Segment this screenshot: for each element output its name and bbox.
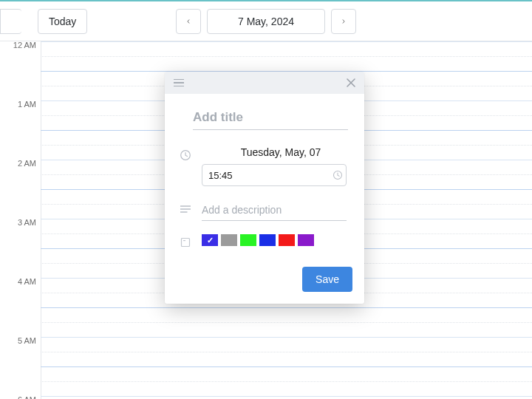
hour-row[interactable]: 5 AM [0,337,532,396]
prev-view-button-partial[interactable] [0,9,21,34]
event-time-field[interactable] [202,164,347,186]
app-root: Today 7 May, 2024 12 AM1 AM2 AM3 AM4 AM5… [0,0,532,399]
dialog-header [165,72,364,94]
hour-label: 4 AM [0,277,41,286]
color-swatch[interactable] [279,234,295,246]
drag-handle-icon[interactable] [174,79,184,87]
today-button[interactable]: Today [38,9,87,34]
calendar-toolbar: Today 7 May, 2024 [0,0,532,41]
event-time-input[interactable] [208,170,332,181]
color-swatch[interactable] [259,234,276,246]
hour-label: 6 AM [0,395,41,399]
next-day-button[interactable] [331,9,356,34]
description-icon [180,202,191,214]
current-date-button[interactable]: 7 May, 2024 [207,9,325,34]
event-editor-dialog: Tuesday, May, 07 [165,72,364,304]
color-swatch[interactable] [202,234,218,246]
description-row [180,202,349,221]
clock-icon [180,146,191,161]
time-picker-icon[interactable] [332,170,343,180]
chevron-right-icon [342,17,345,26]
event-date-text: Tuesday, May, 07 [212,146,349,158]
hour-row[interactable]: 6 AM [0,396,532,399]
color-swatch[interactable] [221,234,237,246]
time-row: Tuesday, May, 07 [180,146,349,186]
date-nav: 7 May, 2024 [176,9,356,34]
color-swatches [202,234,349,246]
svg-rect-3 [183,240,185,241]
event-description-input[interactable] [202,202,347,221]
hour-label: 2 AM [0,159,41,168]
hour-label: 3 AM [0,218,41,227]
color-row [180,234,349,248]
hour-label: 12 AM [0,41,41,50]
chevron-left-icon [187,17,190,26]
svg-rect-2 [182,239,190,247]
hour-label: 1 AM [0,100,41,109]
event-title-input[interactable] [193,109,348,130]
color-swatch[interactable] [298,234,314,246]
save-button[interactable]: Save [302,267,352,292]
tag-icon [180,234,191,248]
close-button[interactable] [347,78,355,87]
dialog-footer: Save [165,259,364,304]
dialog-body: Tuesday, May, 07 [165,94,364,259]
prev-day-button[interactable] [176,9,201,34]
close-icon [347,78,355,87]
color-swatch[interactable] [240,234,256,246]
hour-label: 5 AM [0,336,41,345]
